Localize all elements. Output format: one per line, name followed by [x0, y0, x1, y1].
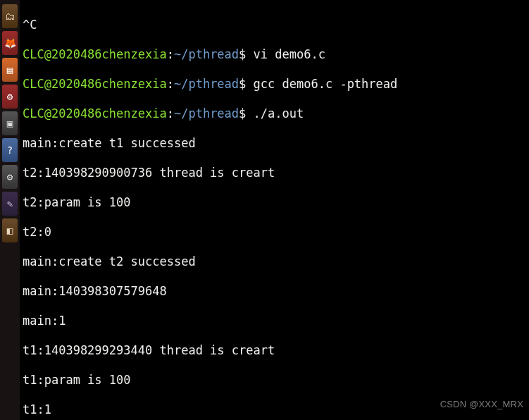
output-line: t1:param is 100 — [23, 373, 526, 388]
output-line: main:create t1 successed — [23, 136, 526, 151]
prompt-sep: : — [167, 106, 174, 121]
output-line: main:140398307579648 — [23, 284, 526, 299]
command-text: ./a.out — [254, 106, 304, 121]
help-icon[interactable]: ? — [2, 138, 18, 162]
text-editor-icon[interactable]: ✎ — [2, 192, 18, 216]
prompt-symbol: $ — [239, 77, 246, 91]
output-line: t2:0 — [23, 225, 526, 240]
firefox-icon[interactable]: 🦊 — [2, 31, 18, 55]
app-icon[interactable]: ◧ — [2, 218, 18, 242]
prompt-line: CLC@2020486chenzexia:~/pthread$ gcc demo… — [23, 77, 526, 92]
output-line: t1:140398299293440 thread is creart — [23, 343, 526, 358]
output-line: t2:param is 100 — [23, 195, 526, 210]
command-text: vi demo6.c — [254, 47, 325, 61]
unity-launcher[interactable]: 🗂 🦊 ▤ ⚙ ▣ ? ⚙ ✎ ◧ — [0, 0, 20, 420]
prompt-path: ~/pthread — [174, 47, 239, 61]
prompt-sep: : — [167, 77, 174, 91]
prompt-symbol: $ — [239, 106, 246, 121]
output-line: main:1 — [23, 314, 526, 328]
prompt-line: CLC@2020486chenzexia:~/pthread$ ./a.out — [23, 106, 526, 121]
command-text: gcc demo6.c -pthread — [254, 77, 398, 91]
output-line: ^C — [23, 18, 526, 32]
prompt-userhost: CLC@2020486chenzexia — [23, 47, 167, 61]
prompt-symbol: $ — [239, 47, 246, 61]
prompt-path: ~/pthread — [174, 77, 239, 91]
output-line: t2:140398290900736 thread is creart — [23, 166, 526, 180]
terminal-active-icon[interactable]: ▣ — [2, 111, 18, 135]
impress-icon[interactable]: ▤ — [2, 58, 18, 82]
watermark: CSDN @XXX_MRX — [440, 397, 523, 412]
software-icon[interactable]: ⚙ — [2, 85, 18, 109]
prompt-sep: : — [167, 47, 174, 61]
prompt-path: ~/pthread — [174, 106, 239, 121]
prompt-userhost: CLC@2020486chenzexia — [23, 106, 167, 121]
files-icon[interactable]: 🗂 — [2, 4, 18, 28]
output-line: main:create t2 successed — [23, 254, 526, 269]
terminal-window[interactable]: ^C CLC@2020486chenzexia:~/pthread$ vi de… — [20, 0, 529, 420]
prompt-userhost: CLC@2020486chenzexia — [23, 77, 167, 91]
settings-icon[interactable]: ⚙ — [2, 165, 18, 189]
prompt-line: CLC@2020486chenzexia:~/pthread$ vi demo6… — [23, 47, 526, 62]
